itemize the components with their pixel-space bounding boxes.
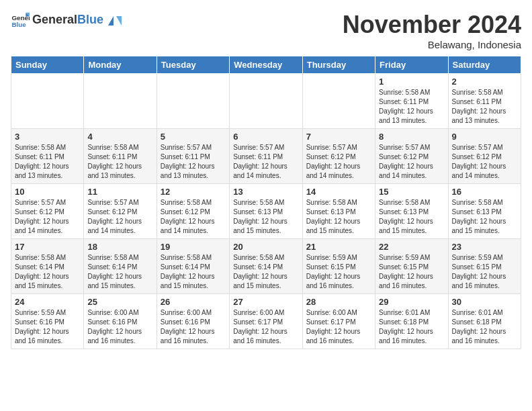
day-number: 26	[161, 297, 226, 307]
day-info: Sunrise: 5:58 AM Sunset: 6:13 PM Dayligh…	[233, 198, 298, 236]
month-title: November 2024	[343, 11, 521, 39]
day-info: Sunrise: 6:00 AM Sunset: 6:17 PM Dayligh…	[233, 308, 298, 346]
day-info: Sunrise: 5:57 AM Sunset: 6:12 PM Dayligh…	[452, 143, 517, 181]
calendar-cell: 8Sunrise: 5:57 AM Sunset: 6:12 PM Daylig…	[375, 129, 448, 184]
day-info: Sunrise: 6:01 AM Sunset: 6:18 PM Dayligh…	[452, 308, 517, 346]
calendar-cell: 22Sunrise: 5:59 AM Sunset: 6:15 PM Dayli…	[375, 239, 448, 294]
day-number: 13	[233, 187, 298, 197]
day-info: Sunrise: 5:58 AM Sunset: 6:13 PM Dayligh…	[452, 198, 517, 236]
day-info: Sunrise: 6:01 AM Sunset: 6:18 PM Dayligh…	[379, 308, 444, 346]
day-number: 12	[161, 187, 226, 197]
day-number: 11	[87, 187, 152, 197]
weekday-friday: Friday	[375, 56, 448, 74]
day-info: Sunrise: 5:58 AM Sunset: 6:11 PM Dayligh…	[15, 143, 80, 181]
day-number: 21	[306, 242, 371, 252]
day-number: 27	[233, 297, 298, 307]
calendar-cell: 18Sunrise: 5:58 AM Sunset: 6:14 PM Dayli…	[84, 239, 157, 294]
day-info: Sunrise: 5:57 AM Sunset: 6:11 PM Dayligh…	[233, 143, 298, 181]
weekday-thursday: Thursday	[302, 56, 375, 74]
weekday-header-row: SundayMondayTuesdayWednesdayThursdayFrid…	[11, 56, 521, 74]
day-number: 6	[233, 132, 298, 142]
calendar-cell	[157, 74, 229, 129]
day-number: 7	[306, 132, 371, 142]
day-number: 20	[233, 242, 298, 252]
day-number: 18	[87, 242, 152, 252]
calendar-cell: 27Sunrise: 6:00 AM Sunset: 6:17 PM Dayli…	[230, 294, 302, 349]
weekday-tuesday: Tuesday	[157, 56, 229, 74]
day-info: Sunrise: 6:00 AM Sunset: 6:16 PM Dayligh…	[87, 308, 152, 346]
day-number: 29	[379, 297, 444, 307]
day-number: 14	[306, 187, 371, 197]
calendar-cell: 29Sunrise: 6:01 AM Sunset: 6:18 PM Dayli…	[375, 294, 448, 349]
day-info: Sunrise: 5:58 AM Sunset: 6:14 PM Dayligh…	[161, 253, 226, 291]
logo: General Blue GeneralBlue	[11, 11, 122, 30]
day-info: Sunrise: 5:58 AM Sunset: 6:12 PM Dayligh…	[161, 198, 226, 236]
page-header: General Blue GeneralBlue November 2024 B…	[11, 11, 521, 50]
calendar-week-2: 3Sunrise: 5:58 AM Sunset: 6:11 PM Daylig…	[11, 129, 521, 184]
day-info: Sunrise: 5:57 AM Sunset: 6:12 PM Dayligh…	[379, 143, 444, 181]
day-info: Sunrise: 6:00 AM Sunset: 6:17 PM Dayligh…	[306, 308, 371, 346]
day-number: 24	[15, 297, 80, 307]
day-info: Sunrise: 5:58 AM Sunset: 6:11 PM Dayligh…	[452, 88, 517, 126]
day-number: 17	[15, 242, 80, 252]
day-number: 30	[452, 297, 517, 307]
day-number: 5	[161, 132, 226, 142]
day-info: Sunrise: 5:58 AM Sunset: 6:11 PM Dayligh…	[379, 88, 444, 126]
day-info: Sunrise: 5:58 AM Sunset: 6:13 PM Dayligh…	[306, 198, 371, 236]
calendar-cell: 5Sunrise: 5:57 AM Sunset: 6:11 PM Daylig…	[157, 129, 229, 184]
weekday-wednesday: Wednesday	[230, 56, 302, 74]
calendar-cell: 20Sunrise: 5:58 AM Sunset: 6:14 PM Dayli…	[230, 239, 302, 294]
calendar-cell: 24Sunrise: 5:59 AM Sunset: 6:16 PM Dayli…	[11, 294, 84, 349]
day-number: 28	[306, 297, 371, 307]
day-info: Sunrise: 5:58 AM Sunset: 6:14 PM Dayligh…	[15, 253, 80, 291]
day-number: 23	[452, 242, 517, 252]
calendar-week-1: 1Sunrise: 5:58 AM Sunset: 6:11 PM Daylig…	[11, 74, 521, 129]
calendar-cell: 10Sunrise: 5:57 AM Sunset: 6:12 PM Dayli…	[11, 184, 84, 239]
calendar-cell: 23Sunrise: 5:59 AM Sunset: 6:15 PM Dayli…	[448, 239, 521, 294]
day-number: 10	[15, 187, 80, 197]
day-info: Sunrise: 6:00 AM Sunset: 6:16 PM Dayligh…	[161, 308, 226, 346]
calendar-cell	[84, 74, 157, 129]
day-info: Sunrise: 5:58 AM Sunset: 6:14 PM Dayligh…	[87, 253, 152, 291]
calendar-cell: 25Sunrise: 6:00 AM Sunset: 6:16 PM Dayli…	[84, 294, 157, 349]
calendar-cell: 3Sunrise: 5:58 AM Sunset: 6:11 PM Daylig…	[11, 129, 84, 184]
calendar-cell: 21Sunrise: 5:59 AM Sunset: 6:15 PM Dayli…	[302, 239, 375, 294]
calendar-cell	[230, 74, 302, 129]
day-number: 25	[87, 297, 152, 307]
calendar-cell: 4Sunrise: 5:58 AM Sunset: 6:11 PM Daylig…	[84, 129, 157, 184]
day-info: Sunrise: 5:58 AM Sunset: 6:13 PM Dayligh…	[379, 198, 444, 236]
day-number: 19	[161, 242, 226, 252]
day-number: 9	[452, 132, 517, 142]
weekday-sunday: Sunday	[11, 56, 84, 74]
title-block: November 2024 Belawang, Indonesia	[343, 11, 521, 50]
calendar-cell: 9Sunrise: 5:57 AM Sunset: 6:12 PM Daylig…	[448, 129, 521, 184]
day-number: 8	[379, 132, 444, 142]
day-info: Sunrise: 5:57 AM Sunset: 6:12 PM Dayligh…	[306, 143, 371, 181]
calendar-week-5: 24Sunrise: 5:59 AM Sunset: 6:16 PM Dayli…	[11, 294, 521, 349]
calendar-cell: 11Sunrise: 5:57 AM Sunset: 6:12 PM Dayli…	[84, 184, 157, 239]
day-info: Sunrise: 5:57 AM Sunset: 6:12 PM Dayligh…	[87, 198, 152, 236]
calendar-cell: 19Sunrise: 5:58 AM Sunset: 6:14 PM Dayli…	[157, 239, 229, 294]
calendar-cell: 30Sunrise: 6:01 AM Sunset: 6:18 PM Dayli…	[448, 294, 521, 349]
day-number: 16	[452, 187, 517, 197]
day-number: 2	[452, 77, 517, 87]
svg-text:Blue: Blue	[11, 21, 26, 28]
calendar-cell: 7Sunrise: 5:57 AM Sunset: 6:12 PM Daylig…	[302, 129, 375, 184]
location: Belawang, Indonesia	[343, 39, 521, 50]
weekday-monday: Monday	[84, 56, 157, 74]
calendar-cell: 16Sunrise: 5:58 AM Sunset: 6:13 PM Dayli…	[448, 184, 521, 239]
day-info: Sunrise: 5:58 AM Sunset: 6:11 PM Dayligh…	[87, 143, 152, 181]
calendar-cell: 1Sunrise: 5:58 AM Sunset: 6:11 PM Daylig…	[375, 74, 448, 129]
calendar-cell: 26Sunrise: 6:00 AM Sunset: 6:16 PM Dayli…	[157, 294, 229, 349]
day-number: 22	[379, 242, 444, 252]
calendar-cell: 14Sunrise: 5:58 AM Sunset: 6:13 PM Dayli…	[302, 184, 375, 239]
day-info: Sunrise: 5:59 AM Sunset: 6:15 PM Dayligh…	[452, 253, 517, 291]
day-info: Sunrise: 5:58 AM Sunset: 6:14 PM Dayligh…	[233, 253, 298, 291]
calendar-cell: 17Sunrise: 5:58 AM Sunset: 6:14 PM Dayli…	[11, 239, 84, 294]
day-info: Sunrise: 5:59 AM Sunset: 6:15 PM Dayligh…	[306, 253, 371, 291]
calendar-table: SundayMondayTuesdayWednesdayThursdayFrid…	[11, 56, 521, 349]
calendar-cell	[11, 74, 84, 129]
day-number: 15	[379, 187, 444, 197]
calendar-cell: 28Sunrise: 6:00 AM Sunset: 6:17 PM Dayli…	[302, 294, 375, 349]
day-info: Sunrise: 5:57 AM Sunset: 6:11 PM Dayligh…	[161, 143, 226, 181]
